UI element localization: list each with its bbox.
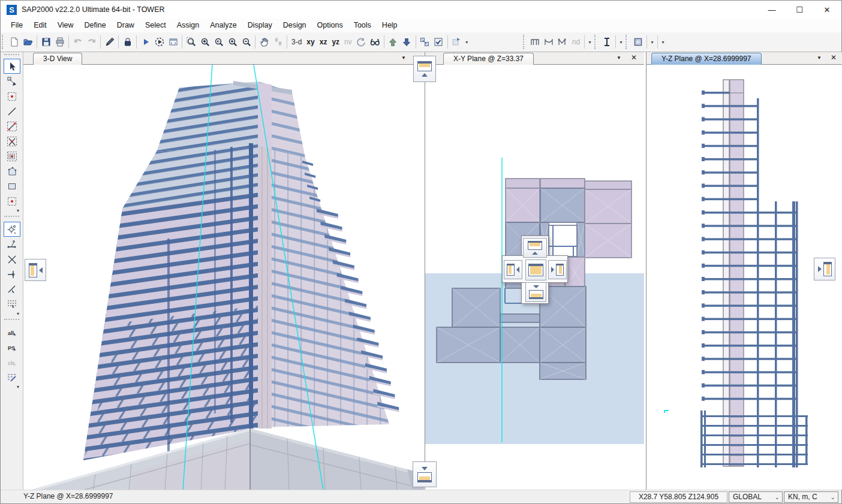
zoom-rubberband-icon[interactable] [184,35,198,49]
coordinate-system-dropdown[interactable]: GLOBAL⌄ [729,491,783,503]
close-icon[interactable]: ✕ [831,53,837,62]
new-model-icon[interactable] [7,35,21,49]
quick-draw-secondary-beams-icon[interactable] [4,149,20,164]
view-yz-button[interactable]: yz [329,38,342,46]
maximize-button[interactable]: ☐ [786,1,813,19]
menu-file[interactable]: File [5,19,28,32]
move-up-paddle[interactable] [413,56,436,82]
minimize-button[interactable]: — [758,1,786,19]
redo-icon[interactable] [85,35,98,49]
dropdown-arrow-icon[interactable]: ▾ [618,40,624,45]
snap-to-joints-icon[interactable] [4,222,20,237]
nav-down-button[interactable] [525,282,546,302]
walk-icon[interactable] [271,35,285,49]
zoom-previous-icon[interactable] [212,35,225,49]
zoom-full-icon[interactable] [198,35,212,49]
draw-special-joint-icon[interactable] [4,89,20,104]
nav-up-button[interactable] [523,238,547,258]
chevron-down-icon[interactable]: ▼ [401,55,406,61]
draw-frame-icon[interactable] [4,104,20,119]
quick-draw-frame-icon[interactable] [4,119,20,134]
menu-tools[interactable]: Tools [348,19,377,32]
model-alive-icon[interactable] [166,35,180,49]
nd-button[interactable]: nd [570,38,582,46]
draw-rectangular-area-icon[interactable] [4,179,20,194]
print-icon[interactable] [53,35,67,49]
object-shrink-icon[interactable] [418,35,432,49]
area-section-icon[interactable] [631,35,645,49]
tab-xy-plane[interactable]: X-Y Plane @ Z=33.37 [443,53,534,65]
menu-assign[interactable]: Assign [172,19,205,32]
chevron-down-icon[interactable]: ▼ [817,55,822,61]
zoom-in-icon[interactable] [225,35,239,49]
save-icon[interactable] [39,35,53,49]
pencil-draw-icon[interactable] [103,35,116,49]
lock-model-icon[interactable] [121,35,134,49]
draw-poly-area-icon[interactable] [4,164,20,179]
zoom-out-icon[interactable] [239,35,253,49]
get-previous-selection-icon[interactable]: PS [4,340,20,355]
dropdown-arrow-icon[interactable]: ▾ [587,40,593,45]
tab-3d-view[interactable]: 3-D View [33,53,82,65]
isection-designer-icon[interactable] [600,35,614,49]
move-plane-up-icon[interactable] [386,35,400,49]
perspective-glasses-icon[interactable] [368,35,382,49]
dropdown-arrow-icon[interactable]: ▾ [1,312,23,317]
dropdown-arrow-icon[interactable]: ▾ [660,40,666,45]
tab-yz-plane[interactable]: Y-Z Plane @ X=28.6999997 [651,53,762,65]
reshape-object-icon[interactable] [4,74,20,89]
view-3d-button[interactable]: 3-d [289,38,304,46]
dropdown-arrow-icon[interactable]: ▾ [1,209,23,214]
cable-section-icon[interactable] [542,35,556,49]
units-dropdown[interactable]: KN, m, C⌄ [784,491,838,503]
snap-to-intersections-icon[interactable] [4,252,20,267]
move-down-paddle[interactable] [413,461,437,487]
menu-analyze[interactable]: Analyze [205,19,242,32]
viewport-3d[interactable] [23,65,424,490]
move-left-paddle[interactable] [25,259,46,281]
menu-display[interactable]: Display [242,19,278,32]
snap-to-grid-icon[interactable] [4,297,20,312]
menu-view[interactable]: View [52,19,79,32]
menu-design[interactable]: Design [278,19,312,32]
menu-help[interactable]: Help [377,19,403,32]
select-pointer-icon[interactable] [4,59,20,74]
close-icon[interactable]: ✕ [631,53,637,62]
menu-define[interactable]: Define [79,19,112,32]
frame-section-icon[interactable] [528,35,542,49]
frame-releases-icon[interactable] [556,35,570,49]
run-options-icon[interactable] [152,35,166,49]
pan-icon[interactable] [257,35,271,49]
assign-copy-icon[interactable] [450,35,464,49]
quick-draw-area-icon[interactable] [4,194,20,209]
run-analysis-icon[interactable] [139,35,152,49]
undo-icon[interactable] [71,35,85,49]
viewport-yz[interactable] [646,65,842,490]
nav-current-button[interactable] [525,259,546,280]
menu-select[interactable]: Select [140,19,172,32]
menu-edit[interactable]: Edit [28,19,52,32]
rotate-view-icon[interactable] [354,35,368,49]
open-file-icon[interactable] [21,35,35,49]
move-right-paddle[interactable] [814,258,835,280]
menu-draw[interactable]: Draw [112,19,140,32]
display-options-icon[interactable] [432,35,446,49]
dropdown-arrow-icon[interactable]: ▾ [464,40,470,45]
menu-options[interactable]: Options [312,19,348,32]
snap-to-midpoints-icon[interactable] [4,237,20,252]
view-xy-button[interactable]: xy [304,38,317,46]
view-nv-button[interactable]: nv [342,38,354,46]
clear-selection-icon[interactable]: clr [4,355,20,370]
snap-to-perpendicular-icon[interactable] [4,267,20,282]
quick-draw-braces-icon[interactable] [4,134,20,149]
snap-to-lines-icon[interactable] [4,282,20,297]
dropdown-arrow-icon[interactable]: ▾ [1,385,23,390]
dropdown-arrow-icon[interactable]: ▾ [649,40,655,45]
nav-left-button[interactable] [504,260,522,279]
nav-right-button[interactable] [548,260,567,279]
select-all-icon[interactable]: all [4,325,20,340]
move-plane-down-icon[interactable] [400,35,414,49]
view-xz-button[interactable]: xz [317,38,330,46]
interactive-database-icon[interactable] [4,370,20,385]
close-button[interactable]: ✕ [813,1,841,19]
